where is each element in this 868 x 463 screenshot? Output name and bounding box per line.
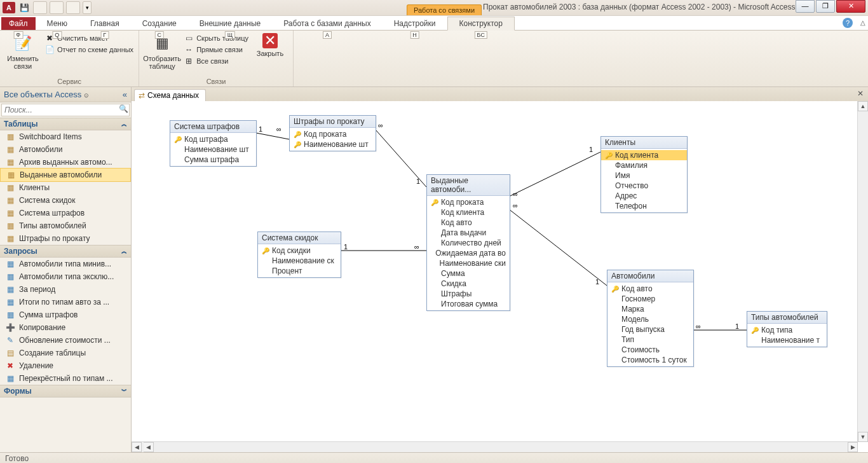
nav-group-tables-header[interactable]: Таблицы︽ [0, 118, 131, 130]
scroll-left2-button[interactable]: ◀ [144, 442, 154, 452]
help-button[interactable]: ? [843, 18, 853, 28]
relationships-canvas[interactable]: 1∞∞1∞11∞∞1∞1 Система штрафов🔑Код штрафаН… [132, 101, 858, 442]
table-field[interactable]: Имя [601, 170, 687, 181]
table-field[interactable]: 🔑Наименование шт [290, 139, 376, 149]
navigation-collapse-button[interactable]: « [123, 90, 127, 99]
file-tab[interactable]: Файл Ф [1, 17, 36, 30]
table-box-header[interactable]: Штрафы по прокату [290, 116, 376, 128]
ribbon-collapse-button[interactable]: △ [860, 19, 865, 26]
table-field[interactable]: Сумма штрафа [170, 155, 256, 165]
table-box-sys_fines[interactable]: Система штрафов🔑Код штрафаНаименование ш… [170, 120, 257, 167]
table-box-header[interactable]: Клиенты [601, 137, 687, 149]
nav-query-item[interactable]: ▦Итоги по типам авто за ... [0, 296, 131, 308]
table-field[interactable]: Модель [607, 314, 693, 324]
show-table-button[interactable]: ▦ Отобразить таблицу [144, 33, 180, 78]
maximize-button[interactable]: ❐ [816, 0, 835, 13]
ribbon-tab[interactable]: Внешние данныеЩ [188, 17, 273, 30]
table-field[interactable]: 🔑Код клиента [601, 150, 687, 160]
nav-table-item[interactable]: ▦Автомобили [0, 143, 131, 156]
nav-query-item[interactable]: ▦Перекрёстный по типам ... [0, 372, 131, 385]
nav-group-forms-header[interactable]: Формы︾ [0, 385, 131, 397]
nav-query-item[interactable]: ✖Удаление [0, 359, 131, 372]
ribbon-tab[interactable]: КонструкторБС [447, 17, 515, 31]
nav-group-queries-header[interactable]: Запросы︽ [0, 245, 131, 258]
edit-relationships-button[interactable]: 📝 Изменить связи [5, 33, 41, 78]
table-field[interactable]: Телефон [601, 201, 687, 211]
ribbon-tab[interactable]: ГлавнаяГ [79, 17, 131, 30]
qat-customize[interactable]: ▾ [83, 1, 92, 14]
table-field[interactable]: Наименование шт [170, 144, 256, 155]
nav-query-item[interactable]: ▦Автомобили типа эксклю... [0, 270, 131, 283]
table-box-header[interactable]: Система штрафов [170, 121, 256, 133]
close-button[interactable]: ✕ [836, 0, 865, 13]
table-field[interactable]: Количество дней [427, 238, 510, 248]
table-field[interactable]: Фамилия [601, 160, 687, 170]
table-field[interactable]: Стоимость 1 суток [607, 355, 693, 365]
search-icon[interactable]: 🔍 [118, 104, 129, 116]
table-field[interactable]: Марка [607, 304, 693, 314]
table-box-fines_rent[interactable]: Штрафы по прокату🔑Код проката🔑Наименован… [289, 115, 376, 151]
minimize-button[interactable]: — [796, 0, 815, 13]
nav-table-item[interactable]: ▦Система скидок [0, 194, 131, 207]
scroll-right-button[interactable]: ▶ [848, 442, 858, 452]
table-field[interactable]: Отчество [601, 181, 687, 191]
qat-btn-3[interactable] [66, 1, 80, 14]
nav-table-item[interactable]: ▦Выданные автомобили [0, 168, 131, 182]
table-box-cartypes[interactable]: Типы автомобилей🔑Код типаНаименование т [747, 311, 827, 347]
hide-table-button[interactable]: ▭Скрыть таблицу [184, 33, 248, 43]
scroll-left-button[interactable]: ◀ [132, 442, 142, 452]
navigation-header[interactable]: Все объекты Access ⊙ « [0, 87, 131, 102]
qat-btn-1[interactable] [33, 1, 47, 14]
document-tab-close[interactable]: ✕ [855, 89, 865, 99]
table-field[interactable]: Наименование ски [427, 258, 510, 268]
table-box-header[interactable]: Типы автомобилей [747, 312, 827, 324]
table-field[interactable]: Адрес [601, 191, 687, 201]
table-field[interactable]: Дата выдачи [427, 228, 510, 238]
table-field[interactable]: 🔑Код скидки [258, 245, 341, 256]
ribbon-tab[interactable]: МенюQ [36, 17, 79, 30]
scroll-up-button[interactable]: ▲ [858, 101, 868, 111]
ribbon-tab[interactable]: СозданиеС [131, 17, 188, 30]
table-field[interactable]: Код авто [427, 218, 510, 228]
ribbon-tab[interactable]: НадстройкиН [383, 17, 447, 30]
nav-query-item[interactable]: ✎Обновление стоимости ... [0, 334, 131, 347]
table-field[interactable]: Ожидаемая дата во [427, 248, 510, 258]
table-box-issued[interactable]: Выданные автомоби...🔑Код прокатаКод клие… [426, 174, 510, 311]
navigation-search[interactable]: 🔍 [1, 104, 130, 116]
nav-table-item[interactable]: ▦Архив выданных автомо... [0, 156, 131, 169]
search-input[interactable] [2, 104, 118, 116]
table-box-header[interactable]: Выданные автомоби... [427, 175, 510, 196]
all-relationships-button[interactable]: ⊞Все связи [184, 56, 248, 66]
document-tab-relationships[interactable]: ⇄ Схема данных [134, 89, 206, 101]
nav-query-item[interactable]: ▦За период [0, 283, 131, 296]
close-relationships-button[interactable]: ✕ Закрыть [252, 33, 288, 78]
table-box-clients[interactable]: Клиенты🔑Код клиентаФамилияИмяОтчествоАдр… [600, 136, 688, 213]
table-field[interactable]: 🔑Код проката [427, 197, 510, 207]
nav-query-item[interactable]: ▦Автомобили типа минив... [0, 258, 131, 270]
table-field[interactable]: Наименование т [747, 335, 827, 345]
table-field[interactable]: Тип [607, 335, 693, 345]
table-field[interactable]: Штрафы [427, 289, 510, 299]
table-field[interactable]: Скидка [427, 279, 510, 289]
table-field[interactable]: 🔑Код штрафа [170, 134, 256, 144]
ribbon-tab[interactable]: Работа с базами данныхА [272, 17, 382, 30]
table-box-header[interactable]: Автомобили [607, 270, 693, 282]
nav-table-item[interactable]: ▦Клиенты [0, 181, 131, 194]
direct-relationships-button[interactable]: ↔Прямые связи [184, 45, 248, 55]
table-field[interactable]: Госномер [607, 294, 693, 304]
nav-table-item[interactable]: ▦Штрафы по прокату [0, 232, 131, 245]
table-box-header[interactable]: Система скидок [258, 232, 341, 244]
table-field[interactable]: Стоимость [607, 345, 693, 355]
nav-table-item[interactable]: ▦Система штрафов [0, 207, 131, 219]
nav-query-item[interactable]: ▦Сумма штрафов [0, 308, 131, 321]
vertical-scrollbar[interactable]: ▲ ▼ [857, 101, 868, 442]
table-field[interactable]: Код клиента [427, 207, 510, 218]
table-field[interactable]: Сумма [427, 268, 510, 279]
nav-table-item[interactable]: ▦Switchboard Items [0, 130, 131, 143]
table-field[interactable]: Год выпуска [607, 324, 693, 335]
table-box-cars[interactable]: Автомобили🔑Код автоГосномерМаркаМодельГо… [607, 270, 694, 367]
nav-query-item[interactable]: ➕Копирование [0, 321, 131, 334]
qat-btn-2[interactable] [50, 1, 64, 14]
save-icon[interactable]: 💾 [18, 2, 31, 13]
nav-query-item[interactable]: ▤Создание таблицы [0, 347, 131, 359]
